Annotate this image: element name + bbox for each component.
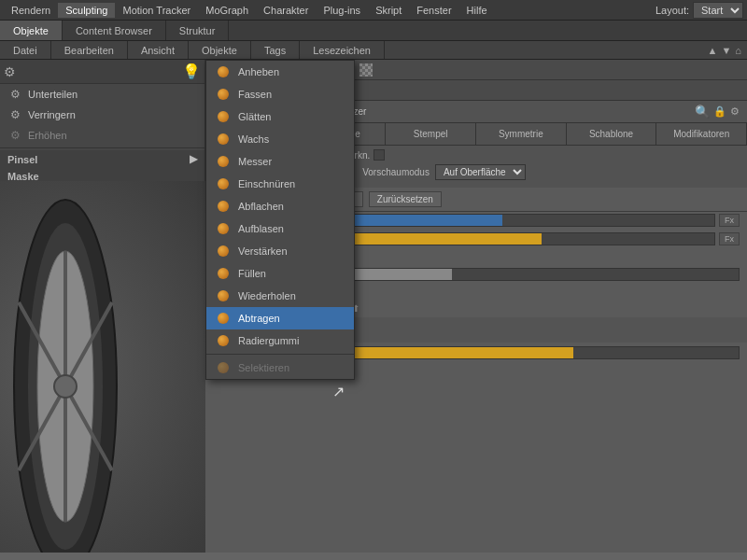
zurucksetzen-btn[interactable]: Zurücksetzen <box>369 191 442 207</box>
slider1-fill <box>330 215 502 226</box>
selektieren-icon <box>216 360 231 375</box>
pinsel-arrow-icon: ▶ <box>190 153 197 165</box>
erhohen-icon: ⚙ <box>7 128 22 143</box>
tab-schablone[interactable]: Schablone <box>567 123 657 145</box>
wiederholen-icon <box>216 288 231 303</box>
sidebar-verringern[interactable]: ⚙ Verringern <box>0 105 204 125</box>
abflachen-icon <box>216 199 231 214</box>
main-area: ⚙ 💡 ⚙ Unterteilen ⚙ Verringern ⚙ Erhöhen… <box>0 60 747 553</box>
menu-bearbeiten[interactable]: Bearbeiten <box>51 41 128 59</box>
wheel-svg <box>9 190 196 553</box>
fx-btn-2[interactable]: Fx <box>719 232 740 245</box>
layout-label: Layout: <box>655 5 689 16</box>
menu-motiontracker[interactable]: Motion Tracker <box>115 3 198 18</box>
home-icon[interactable]: ⌂ <box>735 45 741 56</box>
abtragen-icon <box>216 311 231 326</box>
toolbar-icon-1[interactable]: ⚙ <box>4 64 16 79</box>
menu-sculpting[interactable]: Sculpting <box>58 3 115 18</box>
tab-objekte[interactable]: Objekte <box>0 21 63 40</box>
left-sidebar: ⚙ 💡 ⚙ Unterteilen ⚙ Verringern ⚙ Erhöhen… <box>0 60 205 553</box>
pinsel-group[interactable]: Pinsel ▶ <box>0 150 204 168</box>
tabs-row: Objekte Content Browser Struktur <box>0 21 747 41</box>
slider1-track[interactable] <box>329 214 715 227</box>
toolbar-icon-2[interactable]: 💡 <box>182 63 201 80</box>
search-icon[interactable]: 🔍 <box>695 105 710 119</box>
menu-fenster[interactable]: Fenster <box>409 3 458 18</box>
settings-icon-btn[interactable]: ⚙ <box>730 105 740 118</box>
einschnuren-icon <box>216 176 231 191</box>
tab-content-browser[interactable]: Content Browser <box>63 21 166 40</box>
dropdown-aufblasen[interactable]: Aufblasen <box>206 217 354 240</box>
fassen-icon <box>216 87 231 102</box>
menu-hilfe[interactable]: Hilfe <box>459 3 495 18</box>
fullen-icon <box>216 266 231 281</box>
num-slider-track[interactable] <box>329 268 740 281</box>
dropdown-abflachen[interactable]: Abflachen <box>206 195 354 217</box>
nav-up-icon[interactable]: ▲ <box>708 45 718 56</box>
menu-skript[interactable]: Skript <box>368 3 409 18</box>
layout-select[interactable]: Start <box>693 2 743 19</box>
menu-objekte[interactable]: Objekte <box>189 41 251 59</box>
menu-charakter[interactable]: Charakter <box>256 3 316 18</box>
slider2-track[interactable] <box>329 232 715 245</box>
menu-plugins[interactable]: Plug-ins <box>316 3 368 18</box>
dropdown-divider <box>206 354 354 355</box>
vorschaumodus-label: Vorschaumodus <box>362 167 430 177</box>
aufblasen-icon <box>216 221 231 236</box>
tab-symmetrie[interactable]: Symmetrie <box>476 123 567 145</box>
verringern-icon: ⚙ <box>7 107 22 122</box>
sidebar-erhohen[interactable]: ⚙ Erhöhen <box>0 125 204 146</box>
fx-btn-1[interactable]: Fx <box>719 214 740 227</box>
layout-section: Layout: Start <box>655 2 743 19</box>
tab-modifikatoren[interactable]: Modifikatoren <box>656 123 747 145</box>
glatten-icon <box>216 109 231 124</box>
aufbau-fill <box>325 347 573 358</box>
dropdown-wiederholen[interactable]: Wiederholen <box>206 285 354 307</box>
dropdown-wachs[interactable]: Wachs <box>206 128 354 150</box>
aufbau-track[interactable] <box>324 346 740 359</box>
radiergummi-icon <box>216 333 231 348</box>
dropdown-radiergummi[interactable]: Radiergummi <box>206 329 354 352</box>
wachs-icon <box>216 132 231 147</box>
dropdown-messer[interactable]: Messer <box>206 150 354 173</box>
menu-ansicht[interactable]: Ansicht <box>128 41 189 59</box>
checker-icon <box>359 63 373 77</box>
dropdown-menu: Anheben Fassen Glätten Wachs Messer Eins… <box>205 60 355 380</box>
dropdown-einschnuren[interactable]: Einschnüren <box>206 173 354 195</box>
menu-tags[interactable]: Tags <box>251 41 300 59</box>
tab-struktur[interactable]: Struktur <box>166 21 230 40</box>
nav-down-icon[interactable]: ▼ <box>721 45 731 56</box>
symmetrieverkn-checkbox[interactable] <box>374 149 385 161</box>
menu-datei[interactable]: Datei <box>0 41 51 59</box>
menu-mograph[interactable]: MoGraph <box>198 3 256 18</box>
dropdown-glatten[interactable]: Glätten <box>206 105 354 128</box>
menu-lesezeichen[interactable]: Lesezeichen <box>300 41 385 59</box>
menu-rendern[interactable]: Rendern <box>4 3 58 18</box>
dropdown-selektieren[interactable]: Selektieren <box>206 357 354 379</box>
dropdown-fullen[interactable]: Füllen <box>206 262 354 285</box>
verstarken-icon <box>216 244 231 259</box>
slider2-fill <box>330 233 542 245</box>
secondary-menu: Datei Bearbeiten Ansicht Objekte Tags Le… <box>0 41 747 60</box>
lock-icon[interactable]: 🔒 <box>713 105 726 118</box>
svg-point-6 <box>54 375 77 398</box>
anheben-icon <box>216 64 231 79</box>
menu-bar: Rendern Sculpting Motion Tracker MoGraph… <box>0 0 747 21</box>
dropdown-anheben[interactable]: Anheben <box>206 61 354 83</box>
sidebar-unterteilen[interactable]: ⚙ Unterteilen <box>0 84 204 105</box>
dropdown-abtragen[interactable]: Abtragen <box>206 307 354 329</box>
unterteilen-icon: ⚙ <box>7 87 22 102</box>
dropdown-verstarken[interactable]: Verstärken <box>206 240 354 262</box>
messer-icon <box>216 154 231 169</box>
tab-stempel[interactable]: Stempel <box>386 123 476 145</box>
dropdown-fassen[interactable]: Fassen <box>206 83 354 105</box>
vorschaumodus-select[interactable]: Auf Oberfläche <box>435 164 526 180</box>
